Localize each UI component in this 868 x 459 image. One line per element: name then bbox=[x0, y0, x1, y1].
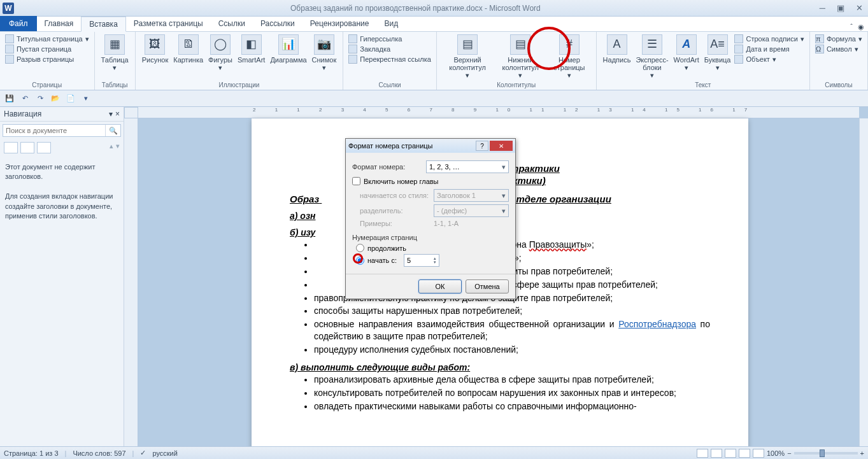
chapter-style-label: начинается со стиля: bbox=[360, 192, 430, 199]
save-button[interactable]: 💾 bbox=[4, 93, 15, 104]
nav-menu-icon[interactable]: ▾ bbox=[109, 109, 113, 118]
status-word-count[interactable]: Число слов: 597 bbox=[73, 449, 125, 457]
qat-btn-open[interactable]: 📂 bbox=[50, 93, 61, 104]
chart-button[interactable]: 📊Диаграмма bbox=[267, 33, 309, 65]
equation-button[interactable]: πФормула ▾ bbox=[815, 34, 862, 43]
cover-page-button[interactable]: Титульная страница ▾ bbox=[5, 34, 89, 43]
ribbon-minimize-icon[interactable]: ˆ bbox=[850, 23, 853, 31]
dialog-close-button[interactable]: ✕ bbox=[490, 141, 513, 151]
wordart-button[interactable]: AWordArt▾ bbox=[671, 33, 702, 73]
nav-next-icon[interactable]: ▾ bbox=[116, 142, 120, 153]
examples-value: 1-1, 1-A bbox=[434, 220, 459, 227]
shapes-button[interactable]: ◯Фигуры▾ bbox=[206, 33, 235, 73]
vertical-scrollbar[interactable] bbox=[859, 118, 868, 446]
signature-line-button[interactable]: Строка подписи ▾ bbox=[734, 34, 804, 43]
header-button[interactable]: ▤Верхний колонтитул▾ bbox=[441, 33, 495, 80]
nav-search-input[interactable] bbox=[3, 125, 105, 136]
tab-view[interactable]: Вид bbox=[376, 16, 406, 31]
zoom-out-button[interactable]: − bbox=[787, 449, 791, 457]
redo-button[interactable]: ↷ bbox=[34, 93, 46, 104]
view-web[interactable] bbox=[725, 449, 736, 458]
zoom-in-button[interactable]: + bbox=[860, 449, 864, 457]
crossref-button[interactable]: Перекрестная ссылка bbox=[348, 55, 431, 64]
picture-button[interactable]: 🖼Рисунок bbox=[139, 33, 171, 65]
page-number-icon: # bbox=[559, 34, 580, 55]
maximize-button[interactable]: ▣ bbox=[834, 3, 847, 13]
help-icon[interactable]: ◉ bbox=[858, 23, 864, 31]
nav-search[interactable]: 🔍 bbox=[3, 124, 121, 137]
search-icon[interactable]: 🔍 bbox=[105, 125, 120, 136]
blank-page-button[interactable]: Пустая страница bbox=[5, 45, 89, 53]
view-print-layout[interactable] bbox=[697, 449, 708, 458]
start-at-label: начать с: bbox=[367, 257, 397, 264]
tab-references[interactable]: Ссылки bbox=[211, 16, 253, 31]
start-at-radio[interactable] bbox=[356, 257, 364, 265]
symbol-button[interactable]: ΩСимвол ▾ bbox=[815, 45, 862, 53]
title-bar: W Образец заданий по производственной пр… bbox=[0, 0, 868, 17]
footer-button[interactable]: ▤Нижний колонтитул▾ bbox=[494, 33, 546, 80]
quickparts-button[interactable]: ☰Экспресс-блоки▾ bbox=[633, 33, 671, 80]
nav-view-headings[interactable] bbox=[4, 142, 18, 153]
qat-customize[interactable]: ▾ bbox=[80, 93, 92, 104]
examples-label: Примеры: bbox=[360, 220, 430, 227]
format-combo[interactable]: 1, 2, 3, …▾ bbox=[426, 160, 509, 173]
clipart-button[interactable]: 🖻Картинка bbox=[171, 33, 206, 65]
continue-radio[interactable] bbox=[356, 244, 364, 252]
tab-mailings[interactable]: Рассылки bbox=[253, 16, 302, 31]
object-icon bbox=[734, 55, 743, 64]
status-page[interactable]: Страница: 1 из 3 bbox=[4, 449, 59, 457]
nav-view-pages[interactable] bbox=[20, 142, 34, 153]
ok-button[interactable]: ОК bbox=[418, 279, 462, 293]
window-title: Образец заданий по производственной прак… bbox=[14, 4, 817, 13]
close-window-button[interactable]: ✕ bbox=[853, 3, 865, 13]
smartart-button[interactable]: ◧SmartArt bbox=[235, 33, 267, 65]
ruler-corner[interactable] bbox=[124, 107, 138, 118]
status-zoom[interactable]: 100% bbox=[767, 449, 785, 457]
group-header-footer: ▤Верхний колонтитул▾ ▤Нижний колонтитул▾… bbox=[437, 32, 597, 90]
include-chapter-checkbox[interactable] bbox=[352, 177, 360, 185]
page-number-button[interactable]: #Номер страницы▾ bbox=[546, 33, 592, 80]
textbox-button[interactable]: AНадпись bbox=[601, 33, 634, 65]
zoom-slider[interactable] bbox=[794, 452, 858, 455]
qat-btn-new[interactable]: 📄 bbox=[65, 93, 76, 104]
tab-file[interactable]: Файл bbox=[0, 16, 37, 31]
chart-icon: 📊 bbox=[278, 34, 299, 55]
tab-layout[interactable]: Разметка страницы bbox=[126, 16, 211, 31]
nav-close-button[interactable]: × bbox=[115, 109, 120, 118]
tab-home[interactable]: Главная bbox=[37, 16, 82, 31]
group-label: Иллюстрации bbox=[139, 80, 339, 90]
vertical-ruler[interactable] bbox=[124, 118, 138, 446]
blank-page-icon bbox=[5, 45, 14, 53]
group-tables: ▦Таблица▾ Таблицы bbox=[95, 32, 136, 90]
page-break-button[interactable]: Разрыв страницы bbox=[5, 55, 89, 64]
undo-button[interactable]: ↶ bbox=[19, 93, 31, 104]
dialog-title: Формат номера страницы bbox=[348, 142, 433, 150]
proofing-icon[interactable]: ✓ bbox=[140, 449, 146, 457]
view-outline[interactable] bbox=[739, 449, 750, 458]
horizontal-ruler[interactable]: 2 1 1 2 3 4 5 6 7 8 9 10 11 12 13 14 15 … bbox=[138, 107, 859, 118]
view-fullscreen[interactable] bbox=[711, 449, 722, 458]
minimize-button[interactable]: ─ bbox=[817, 3, 828, 13]
hyperlink-button[interactable]: Гиперссылка bbox=[348, 34, 431, 43]
datetime-button[interactable]: Дата и время bbox=[734, 45, 804, 53]
view-draft[interactable] bbox=[753, 449, 764, 458]
table-button[interactable]: ▦Таблица▾ bbox=[99, 33, 131, 73]
tab-review[interactable]: Рецензирование bbox=[302, 16, 377, 31]
quick-access-toolbar: 💾 ↶ ↷ 📂 📄 ▾ bbox=[0, 90, 868, 107]
status-language[interactable]: русский bbox=[152, 449, 177, 457]
tab-insert[interactable]: Вставка bbox=[81, 17, 126, 32]
navigation-pane: Навигация ▾ × 🔍 ▴ ▾ Этот документ не сод… bbox=[0, 107, 124, 446]
nav-view-results[interactable] bbox=[37, 142, 51, 153]
screenshot-button[interactable]: 📷Снимок▾ bbox=[309, 33, 339, 73]
nav-prev-icon[interactable]: ▴ bbox=[110, 142, 113, 153]
format-label: Формат номера: bbox=[352, 163, 422, 171]
object-button[interactable]: Объект ▾ bbox=[734, 55, 804, 64]
start-at-spinner[interactable]: 5▴▾ bbox=[404, 254, 439, 267]
list-item: консультировать потребителей по вопросам… bbox=[314, 387, 710, 399]
cancel-button[interactable]: Отмена bbox=[466, 279, 509, 293]
crossref-icon bbox=[348, 55, 357, 64]
dropcap-button[interactable]: A≡Буквица▾ bbox=[702, 33, 734, 73]
dialog-help-button[interactable]: ? bbox=[476, 141, 488, 151]
bookmark-button[interactable]: Закладка bbox=[348, 45, 431, 53]
separator-combo: - (дефис)▾ bbox=[434, 204, 509, 217]
